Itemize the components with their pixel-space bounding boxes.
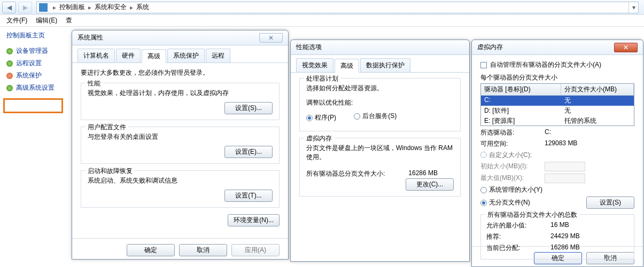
currently-allocated-value: 16286 MB (550, 244, 580, 253)
sidebar-advanced-system-settings[interactable]: 高级系统设置 (6, 83, 66, 92)
menu-view[interactable]: 查 (61, 15, 76, 26)
sidebar-remote-settings[interactable]: 远程设置 (6, 59, 66, 68)
total-paging-value: 16286 MB (408, 169, 438, 178)
min-allowed-value: 16 MB (550, 221, 569, 230)
scheduling-desc: 选择如何分配处理器资源。 (306, 84, 454, 93)
performance-group: 性能 视觉效果，处理器计划，内存使用，以及虚拟内存 设置(S)... (81, 83, 280, 120)
radio-system-managed[interactable]: 系统管理的大小(Y) (480, 185, 634, 194)
radio-no-paging-file[interactable]: 无分页文件(N) (480, 198, 530, 207)
drive-row[interactable]: D: [软件]无 (481, 106, 634, 116)
tab-hardware[interactable]: 硬件 (116, 49, 141, 62)
performance-options-dialog: 性能选项 视觉效果 高级 数据执行保护 处理器计划 选择如何分配处理器资源。 调… (290, 40, 470, 262)
recommended-label: 推荐: (486, 232, 550, 241)
explorer-menubar: 文件(F) 编辑(E) 查 (0, 15, 644, 27)
user-profiles-group: 用户配置文件 与您登录有关的桌面设置 设置(E)... (81, 127, 280, 164)
vm-desc: 分页文件是硬盘上的一块区域，Windows 当作 RAM 使用。 (306, 144, 454, 162)
control-panel-icon (39, 3, 48, 12)
radio-icon (480, 200, 487, 206)
dialog-caption[interactable]: 系统属性 ✕ (72, 30, 288, 45)
tab-computer-name[interactable]: 计算机名 (77, 49, 115, 62)
menu-edit[interactable]: 编辑(E) (32, 15, 61, 26)
radio-label: 程序(P) (315, 113, 336, 122)
link-label: 系统保护 (16, 71, 42, 80)
chevron-right-icon: ▸ (128, 4, 135, 11)
totals-group: 所有驱动器分页文件大小的总数 允许的最小值:16 MB 推荐:24429 MB … (480, 214, 634, 260)
drive-list[interactable]: 驱动器 [卷标](D) 分页文件大小(MB) C: 无D: [软件]无E: [资… (480, 83, 634, 126)
max-size-label: 最大值(MB)(X): (480, 174, 545, 183)
profiles-settings-button[interactable]: 设置(E)... (224, 146, 273, 158)
dialog-title: 系统属性 (77, 33, 103, 42)
explorer-titlebar: ◀ ▶ ▸ 控制面板 ▸ 系统和安全 ▸ 系统 ▾ (0, 0, 644, 15)
crumb-control-panel[interactable]: 控制面板 (58, 3, 86, 12)
shield-icon (6, 48, 13, 54)
tab-visual-effects[interactable]: 视觉效果 (296, 58, 333, 72)
initial-size-input (545, 162, 585, 171)
control-panel-sidebar: 控制面板主页 设备管理器 远程设置 系统保护 高级系统设置 (0, 27, 73, 100)
tab-bar: 计算机名 硬件 高级 系统保护 远程 (72, 45, 288, 63)
currently-allocated-label: 当前已分配: (486, 244, 550, 253)
available-space-label: 可用空间: (480, 139, 545, 148)
address-bar[interactable]: ▸ 控制面板 ▸ 系统和安全 ▸ 系统 ▾ (36, 2, 639, 13)
startup-recovery-group: 启动和故障恢复 系统启动、系统失败和调试信息 设置(T)... (81, 170, 280, 208)
group-legend: 虚拟内存 (304, 134, 334, 143)
virtual-memory-dialog: 虚拟内存 ✕ 自动管理所有驱动器的分页文件大小(A) 每个驱动器的分页文件大小 … (471, 40, 643, 267)
link-label: 高级系统设置 (16, 83, 55, 92)
radio-custom-size[interactable]: 自定义大小(C): (480, 151, 532, 160)
shield-icon (6, 73, 13, 79)
sidebar-device-manager[interactable]: 设备管理器 (6, 46, 66, 56)
available-space-value: 129083 MB (545, 139, 577, 148)
drive-row[interactable]: E: [资源库]托管的系统 (481, 116, 634, 126)
control-panel-home-link[interactable]: 控制面板主页 (6, 31, 66, 40)
dialog-footer: 确定 取消 应用(A) (72, 238, 288, 262)
recovery-settings-button[interactable]: 设置(T)... (224, 190, 273, 202)
dialog-caption[interactable]: 虚拟内存 ✕ (472, 40, 643, 55)
admin-required-text: 要进行大多数更改，您必须作为管理员登录。 (81, 68, 280, 77)
radio-icon (306, 115, 313, 121)
adjust-label: 调整以优化性能: (306, 98, 454, 107)
col-drive: 驱动器 [卷标](D) (481, 84, 561, 95)
auto-manage-checkbox[interactable]: 自动管理所有驱动器的分页文件大小(A) (480, 60, 601, 69)
chevron-right-icon: ▸ (51, 4, 58, 11)
forward-button[interactable]: ▶ (18, 2, 32, 13)
close-button[interactable]: ✕ (259, 33, 283, 43)
tab-bar: 视觉效果 高级 数据执行保护 (291, 55, 469, 73)
group-legend: 用户配置文件 (86, 123, 128, 132)
selected-drive-value: C: (545, 128, 551, 137)
total-paging-label: 所有驱动器总分页文件大小: (306, 169, 385, 178)
radio-label: 系统管理的大小(Y) (489, 185, 542, 194)
cancel-button[interactable]: 取消 (179, 244, 227, 256)
tab-advanced[interactable]: 高级 (142, 49, 166, 63)
crumb-system-security[interactable]: 系统和安全 (94, 3, 128, 12)
radio-background-services[interactable]: 后台服务(S) (354, 112, 397, 121)
profiles-desc: 与您登录有关的桌面设置 (88, 132, 273, 142)
checkbox-label: 自动管理所有驱动器的分页文件大小(A) (490, 60, 601, 69)
radio-programs[interactable]: 程序(P) (306, 113, 336, 122)
ok-button[interactable]: 确定 (127, 244, 175, 256)
tab-advanced[interactable]: 高级 (335, 59, 359, 73)
performance-settings-button[interactable]: 设置(S)... (224, 102, 273, 114)
tab-system-protection[interactable]: 系统保护 (167, 49, 205, 62)
set-button[interactable]: 设置(S) (586, 197, 634, 209)
vm-change-button[interactable]: 更改(C)... (406, 178, 454, 191)
tab-remote[interactable]: 远程 (206, 49, 230, 62)
group-legend: 所有驱动器分页文件大小的总数 (485, 210, 579, 219)
environment-variables-button[interactable]: 环境变量(N)... (228, 214, 280, 226)
dialog-caption[interactable]: 性能选项 (291, 40, 469, 55)
recommended-value: 24429 MB (550, 232, 580, 241)
link-label: 设备管理器 (16, 46, 48, 56)
drive-list-header: 驱动器 [卷标](D) 分页文件大小(MB) (481, 84, 634, 96)
back-button[interactable]: ◀ (2, 2, 16, 13)
address-dropdown-icon[interactable]: ▾ (629, 2, 638, 13)
group-legend: 性能 (86, 79, 103, 88)
tab-dep[interactable]: 数据执行保护 (360, 58, 410, 72)
recovery-desc: 系统启动、系统失败和调试信息 (88, 176, 273, 185)
menu-file[interactable]: 文件(F) (2, 15, 32, 26)
dialog-title: 虚拟内存 (477, 43, 503, 52)
drive-row[interactable]: C: 无 (481, 96, 634, 106)
performance-desc: 视觉效果，处理器计划，内存使用，以及虚拟内存 (88, 89, 273, 98)
apply-button[interactable]: 应用(A) (231, 244, 280, 256)
crumb-system[interactable]: 系统 (135, 3, 150, 12)
selected-drive-label: 所选驱动器: (480, 128, 545, 137)
close-button[interactable]: ✕ (614, 43, 638, 52)
sidebar-system-protection[interactable]: 系统保护 (6, 71, 66, 80)
